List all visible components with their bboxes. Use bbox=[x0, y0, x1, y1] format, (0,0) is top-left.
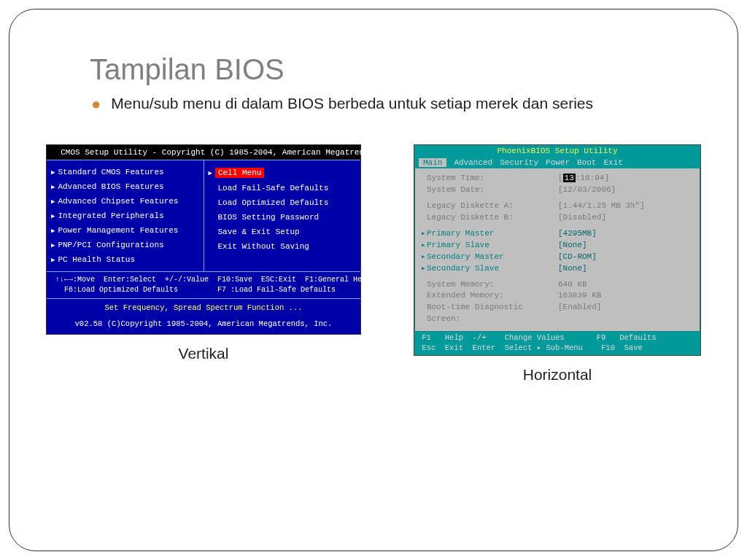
ami-menu-item[interactable]: ▶PC Health Status bbox=[50, 252, 201, 267]
triangle-right-icon: ▶ bbox=[51, 168, 55, 176]
ami-menu-item[interactable]: ▶Advanced BIOS Features bbox=[50, 179, 201, 194]
ami-bios-screenshot: CMOS Setup Utility - Copyright (C) 1985-… bbox=[46, 144, 361, 335]
ami-menu-item[interactable]: Exit Without Saving bbox=[207, 239, 358, 254]
phoenix-tab-boot[interactable]: Boot bbox=[577, 158, 596, 167]
triangle-right-icon bbox=[421, 201, 427, 212]
phoenix-footer: F1 Help -/+ Change Values F9 Defaults Es… bbox=[414, 332, 700, 354]
triangle-right-icon bbox=[421, 290, 427, 302]
bullet-dot-icon: ● bbox=[91, 95, 101, 114]
phoenix-tab-exit[interactable]: Exit bbox=[603, 158, 622, 167]
ami-footer-hint: Set Frequency, Spread Spectrum Function … bbox=[47, 299, 360, 316]
ami-menu-item[interactable]: ▶Advanced Chipset Features bbox=[50, 194, 201, 209]
phoenix-field-row[interactable]: ▸Secondary Slave[None] bbox=[421, 263, 694, 275]
ami-body: ▶Standard CMOS Features▶Advanced BIOS Fe… bbox=[47, 160, 360, 272]
triangle-right-icon bbox=[421, 212, 427, 224]
triangle-right-icon bbox=[421, 279, 427, 291]
ami-menu-item[interactable]: BIOS Setting Password bbox=[207, 210, 358, 225]
phoenix-field-row[interactable]: Extended Memory:163839 KB bbox=[421, 290, 694, 302]
phoenix-field-row[interactable]: System Time:[13:16:04] bbox=[421, 173, 694, 184]
ami-menu-item[interactable]: Load Optimized Defaults bbox=[207, 195, 358, 210]
triangle-right-icon: ▸ bbox=[421, 228, 427, 240]
phoenix-tabs: MainAdvancedSecurityPowerBootExit bbox=[414, 157, 700, 168]
slide-frame: Tampilan BIOS ● Menu/sub menu di dalam B… bbox=[9, 9, 738, 551]
caption-vertikal: Vertikal bbox=[179, 345, 229, 362]
phoenix-title: PhoenixBIOS Setup Utility bbox=[414, 145, 700, 157]
ami-menu-item[interactable]: Save & Exit Setup bbox=[207, 225, 358, 239]
bullet-item: ● Menu/sub menu di dalam BIOS berbeda un… bbox=[91, 95, 694, 114]
phoenix-field-row[interactable]: Legacy Diskette A:[1.44/1.25 MB 3½"] bbox=[421, 201, 694, 212]
phoenix-main-panel: System Time:[13:16:04] System Date:[12/0… bbox=[414, 168, 700, 332]
ami-menu-item-selected[interactable]: ▶Cell Menu bbox=[207, 165, 358, 181]
triangle-right-icon: ▸ bbox=[421, 240, 427, 252]
triangle-right-icon: ▸ bbox=[421, 252, 427, 263]
phoenix-tab-advanced[interactable]: Advanced bbox=[454, 158, 492, 167]
slide-title: Tampilan BIOS bbox=[90, 53, 694, 86]
ami-footer-copyright: v02.58 (C)Copyright 1985-2004, American … bbox=[47, 316, 360, 334]
phoenix-field-row[interactable]: System Date:[12/03/2006] bbox=[421, 184, 694, 196]
phoenix-column: PhoenixBIOS Setup Utility MainAdvancedSe… bbox=[414, 144, 701, 384]
triangle-right-icon: ▶ bbox=[51, 227, 55, 235]
triangle-right-icon bbox=[421, 302, 427, 325]
triangle-right-icon: ▶ bbox=[51, 198, 55, 206]
triangle-right-icon: ▶ bbox=[51, 183, 55, 191]
triangle-right-icon bbox=[421, 173, 427, 184]
triangle-right-icon: ▶ bbox=[209, 169, 212, 177]
ami-help-bar: ↑↓←→:Move Enter:Select +/-/:Value F10:Sa… bbox=[47, 272, 360, 299]
phoenix-field-row[interactable]: ▸Secondary Master[CD-ROM] bbox=[421, 252, 694, 263]
panels-row: CMOS Setup Utility - Copyright (C) 1985-… bbox=[46, 144, 694, 384]
ami-menu-item[interactable]: ▶Standard CMOS Features bbox=[50, 165, 201, 179]
phoenix-tab-power[interactable]: Power bbox=[546, 158, 570, 167]
phoenix-field-row[interactable]: ▸Primary Master[4295MB] bbox=[421, 228, 694, 240]
ami-header: CMOS Setup Utility - Copyright (C) 1985-… bbox=[47, 145, 360, 160]
bullet-text: Menu/sub menu di dalam BIOS berbeda untu… bbox=[111, 95, 593, 112]
ami-menu-item[interactable]: ▶Power Management Features bbox=[50, 223, 201, 238]
triangle-right-icon: ▶ bbox=[51, 212, 55, 220]
ami-left-col: ▶Standard CMOS Features▶Advanced BIOS Fe… bbox=[47, 160, 204, 271]
ami-menu-item[interactable]: Load Fail-Safe Defaults bbox=[207, 181, 358, 195]
phoenix-field-row[interactable]: ▸Primary Slave[None] bbox=[421, 240, 694, 252]
ami-menu-item[interactable]: ▶Integrated Peripherals bbox=[50, 209, 201, 223]
phoenix-field-row[interactable]: Legacy Diskette B:[Disabled] bbox=[421, 212, 694, 224]
phoenix-field-row[interactable]: Boot-time Diagnostic Screen:[Enabled] bbox=[421, 302, 694, 325]
triangle-right-icon: ▶ bbox=[51, 256, 55, 264]
ami-menu-item[interactable]: ▶PNP/PCI Configurations bbox=[50, 238, 201, 252]
phoenix-tab-security[interactable]: Security bbox=[500, 158, 538, 167]
triangle-right-icon: ▶ bbox=[51, 241, 55, 249]
triangle-right-icon bbox=[421, 184, 427, 196]
ami-column: CMOS Setup Utility - Copyright (C) 1985-… bbox=[46, 144, 361, 384]
phoenix-field-row[interactable]: System Memory:640 KB bbox=[421, 279, 694, 291]
caption-horizontal: Horizontal bbox=[523, 366, 592, 384]
ami-right-col: ▶Cell MenuLoad Fail-Safe DefaultsLoad Op… bbox=[204, 160, 361, 271]
phoenix-bios-screenshot: PhoenixBIOS Setup Utility MainAdvancedSe… bbox=[414, 144, 701, 356]
phoenix-tab-main[interactable]: Main bbox=[419, 158, 446, 167]
triangle-right-icon: ▸ bbox=[421, 263, 427, 275]
